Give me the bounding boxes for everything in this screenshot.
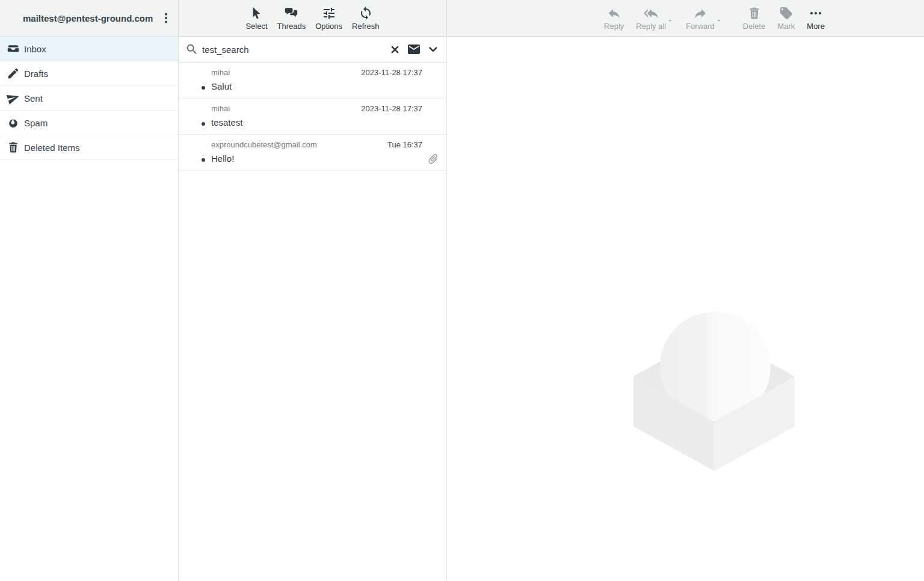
more-button[interactable]: More xyxy=(807,6,825,30)
trash-icon xyxy=(747,6,762,20)
message-row[interactable]: mihai 2023-11-28 17:37 Salut xyxy=(179,63,446,99)
search-input[interactable] xyxy=(202,45,386,55)
mail-body-empty xyxy=(447,37,924,581)
unread-dot xyxy=(202,86,205,90)
forward-button[interactable]: Forward xyxy=(686,6,715,30)
sidebar-item-inbox[interactable]: Inbox xyxy=(0,37,178,61)
kebab-menu-icon[interactable] xyxy=(159,11,173,25)
reply-icon xyxy=(607,6,621,20)
reply-all-button[interactable]: Reply all xyxy=(636,6,666,30)
forward-menu-caret-icon[interactable] xyxy=(715,17,722,24)
forward-icon xyxy=(693,6,707,20)
ellipsis-icon xyxy=(808,6,823,20)
message-subject: tesatest xyxy=(211,117,243,128)
search-bar xyxy=(179,37,446,63)
refresh-icon xyxy=(359,6,373,20)
mark-button[interactable]: Mark xyxy=(777,6,795,30)
delete-button[interactable]: Delete xyxy=(743,6,766,30)
message-row[interactable]: exproundcubetest@gmail.com Tue 16:37 Hel… xyxy=(179,135,446,171)
message-subject: Hello! xyxy=(211,153,234,164)
paper-plane-icon xyxy=(7,91,20,105)
folder-sidebar: mailtest@pentest-ground.com Inbox Drafts xyxy=(0,0,179,581)
message-date: Tue 16:37 xyxy=(387,140,422,149)
sidebar-item-deleted-items[interactable]: Deleted Items xyxy=(0,135,178,160)
inbox-icon xyxy=(7,42,20,55)
search-scope-envelope-icon[interactable] xyxy=(407,42,421,57)
unread-dot xyxy=(202,122,205,126)
search-icon xyxy=(185,43,199,56)
message-sender: mihai xyxy=(211,104,230,113)
unread-dot xyxy=(202,158,205,162)
search-options-chevron-down-icon[interactable] xyxy=(427,43,439,55)
message-date: 2023-11-28 17:37 xyxy=(361,104,422,113)
paperclip-icon xyxy=(427,153,439,165)
sidebar-item-spam[interactable]: Spam xyxy=(0,111,178,135)
tag-icon xyxy=(779,6,793,20)
refresh-button[interactable]: Refresh xyxy=(352,6,380,30)
webmail-app: mailtest@pentest-ground.com Inbox Drafts xyxy=(0,0,924,581)
flame-icon xyxy=(7,116,20,129)
list-toolbar: Select Threads Options xyxy=(179,0,446,37)
sidebar-item-label: Sent xyxy=(24,93,43,103)
options-button[interactable]: Options xyxy=(315,6,342,30)
cursor-icon xyxy=(249,6,263,20)
threads-button[interactable]: Threads xyxy=(277,6,306,30)
reply-all-icon xyxy=(644,6,658,20)
mail-toolbar: Reply Reply all Forward xyxy=(447,0,924,37)
account-email: mailtest@pentest-ground.com xyxy=(23,13,159,23)
reply-all-menu-caret-icon[interactable] xyxy=(667,17,674,24)
clear-search-icon[interactable] xyxy=(389,44,401,55)
mail-view-pane: Reply Reply all Forward xyxy=(447,0,924,581)
account-header: mailtest@pentest-ground.com xyxy=(0,0,178,37)
message-sender: mihai xyxy=(211,68,230,77)
sidebar-item-label: Drafts xyxy=(24,69,48,79)
reply-button[interactable]: Reply xyxy=(604,6,624,30)
sidebar-item-sent[interactable]: Sent xyxy=(0,86,178,111)
message-sender: exproundcubetest@gmail.com xyxy=(211,140,317,149)
sidebar-item-label: Deleted Items xyxy=(24,143,80,153)
select-button[interactable]: Select xyxy=(245,6,267,30)
chat-bubbles-icon xyxy=(284,6,298,20)
message-list-column: Select Threads Options xyxy=(179,0,447,581)
roundcube-logo xyxy=(633,310,795,473)
pencil-icon xyxy=(7,67,20,80)
sliders-icon xyxy=(322,6,336,20)
sidebar-item-drafts[interactable]: Drafts xyxy=(0,61,178,86)
message-row[interactable]: mihai 2023-11-28 17:37 tesatest xyxy=(179,99,446,135)
message-date: 2023-11-28 17:37 xyxy=(361,68,422,77)
sidebar-item-label: Spam xyxy=(24,118,48,128)
trash-icon xyxy=(7,141,20,154)
sidebar-item-label: Inbox xyxy=(24,44,46,54)
message-subject: Salut xyxy=(211,81,232,91)
